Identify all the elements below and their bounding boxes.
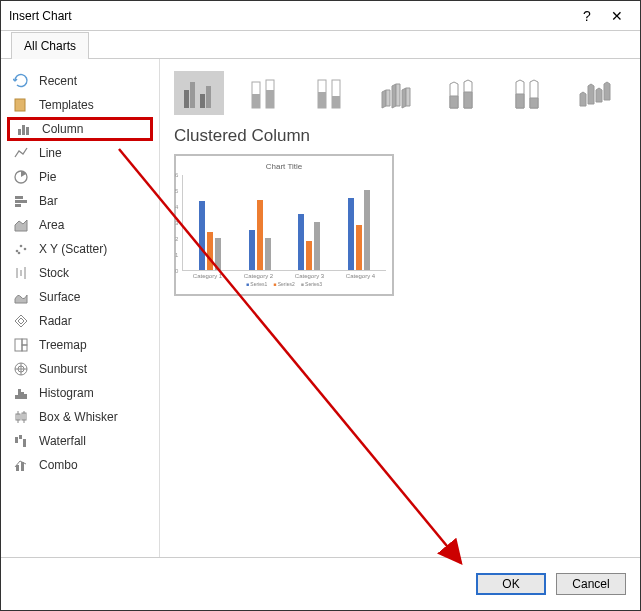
svg-rect-18 — [15, 339, 22, 351]
svg-rect-5 — [15, 196, 23, 199]
sidebar-item-radar[interactable]: Radar — [7, 309, 153, 333]
dialog-body: Recent Templates Column Line Pie Bar — [1, 59, 640, 557]
sidebar-item-bar[interactable]: Bar — [7, 189, 153, 213]
svg-rect-37 — [21, 462, 24, 471]
radar-icon — [13, 313, 29, 329]
sidebar-item-sunburst[interactable]: Sunburst — [7, 357, 153, 381]
svg-rect-6 — [15, 200, 27, 203]
svg-marker-65 — [588, 84, 594, 104]
sidebar-item-stock[interactable]: Stock — [7, 261, 153, 285]
column-subtype-row — [174, 71, 626, 115]
tab-all-charts[interactable]: All Charts — [11, 32, 89, 59]
subtype-3d-column[interactable] — [570, 71, 620, 115]
main-panel: Clustered Column Chart Title 0123456 Cat… — [159, 59, 640, 557]
sidebar-item-treemap[interactable]: Treemap — [7, 333, 153, 357]
cancel-button[interactable]: Cancel — [556, 573, 626, 595]
svg-marker-16 — [15, 315, 27, 327]
sidebar-item-label: Stock — [39, 266, 69, 280]
titlebar: Insert Chart ? ✕ — [1, 1, 640, 31]
waterfall-icon — [13, 433, 29, 449]
subtype-heading: Clustered Column — [174, 125, 626, 146]
svg-marker-61 — [516, 94, 524, 108]
sidebar-item-boxwhisker[interactable]: Box & Whisker — [7, 405, 153, 429]
sidebar-item-waterfall[interactable]: Waterfall — [7, 429, 153, 453]
sidebar-item-line[interactable]: Line — [7, 141, 153, 165]
sidebar-item-recent[interactable]: Recent — [7, 69, 153, 93]
svg-rect-40 — [200, 94, 205, 108]
combo-icon — [13, 457, 29, 473]
svg-rect-39 — [190, 82, 195, 108]
bar — [314, 222, 320, 270]
svg-rect-49 — [332, 96, 340, 108]
boxwhisker-icon — [13, 409, 29, 425]
svg-rect-1 — [18, 129, 21, 135]
svg-marker-67 — [604, 82, 610, 100]
subtype-stacked-column[interactable] — [240, 71, 290, 115]
svg-rect-2 — [22, 125, 25, 135]
ok-button[interactable]: OK — [476, 573, 546, 595]
bar — [265, 238, 271, 270]
sidebar-item-label: Area — [39, 218, 64, 232]
svg-rect-34 — [19, 435, 22, 439]
help-button[interactable]: ? — [572, 8, 602, 24]
sidebar-item-label: Pie — [39, 170, 56, 184]
sidebar-item-templates[interactable]: Templates — [7, 93, 153, 117]
svg-marker-57 — [450, 96, 458, 108]
svg-rect-35 — [23, 439, 26, 447]
sidebar-item-column[interactable]: Column — [7, 117, 153, 141]
svg-marker-55 — [406, 88, 410, 106]
chart-preview[interactable]: Chart Title 0123456 Category 1Category 2… — [174, 154, 394, 296]
sidebar-item-label: Templates — [39, 98, 94, 112]
subtype-3d-clustered-column[interactable] — [372, 71, 422, 115]
bar — [249, 230, 255, 270]
bar — [356, 225, 362, 270]
bar — [306, 241, 312, 270]
svg-rect-47 — [318, 92, 326, 108]
tab-strip: All Charts — [1, 31, 640, 59]
sidebar-item-histogram[interactable]: Histogram — [7, 381, 153, 405]
templates-icon — [13, 97, 29, 113]
pie-icon — [13, 169, 29, 185]
svg-marker-17 — [18, 318, 24, 324]
svg-rect-3 — [26, 127, 29, 135]
svg-point-12 — [18, 252, 21, 255]
sunburst-icon — [13, 361, 29, 377]
svg-rect-26 — [18, 389, 21, 399]
sidebar-item-label: Line — [39, 146, 62, 160]
sidebar-item-label: Radar — [39, 314, 72, 328]
svg-rect-43 — [252, 94, 260, 108]
svg-rect-41 — [206, 86, 211, 108]
close-button[interactable]: ✕ — [602, 8, 632, 24]
bar — [207, 232, 213, 270]
subtype-100-stacked-column[interactable] — [306, 71, 356, 115]
sidebar-item-combo[interactable]: Combo — [7, 453, 153, 477]
sidebar-item-scatter[interactable]: X Y (Scatter) — [7, 237, 153, 261]
sidebar-item-label: X Y (Scatter) — [39, 242, 107, 256]
sidebar-item-surface[interactable]: Surface — [7, 285, 153, 309]
sidebar-item-label: Bar — [39, 194, 58, 208]
treemap-icon — [13, 337, 29, 353]
sidebar-item-pie[interactable]: Pie — [7, 165, 153, 189]
bar — [257, 200, 263, 270]
scatter-icon — [13, 241, 29, 257]
subtype-clustered-column[interactable] — [174, 71, 224, 115]
sidebar-item-label: Column — [42, 122, 83, 136]
svg-rect-33 — [15, 437, 18, 443]
histogram-icon — [13, 385, 29, 401]
subtype-3d-stacked-column[interactable] — [438, 71, 488, 115]
preview-legend: Series1Series2Series3 — [182, 281, 386, 287]
sidebar-item-area[interactable]: Area — [7, 213, 153, 237]
subtype-3d-100-stacked-column[interactable] — [504, 71, 554, 115]
svg-point-9 — [16, 250, 19, 253]
chart-type-sidebar: Recent Templates Column Line Pie Bar — [1, 59, 159, 557]
svg-marker-66 — [596, 88, 602, 102]
svg-rect-45 — [266, 90, 274, 108]
sidebar-item-label: Box & Whisker — [39, 410, 118, 424]
dialog-footer: OK Cancel — [1, 557, 640, 609]
bar — [348, 198, 354, 270]
svg-marker-64 — [580, 92, 586, 106]
line-icon — [13, 145, 29, 161]
surface-icon — [13, 289, 29, 305]
preview-title: Chart Title — [182, 162, 386, 171]
bar — [215, 238, 221, 270]
